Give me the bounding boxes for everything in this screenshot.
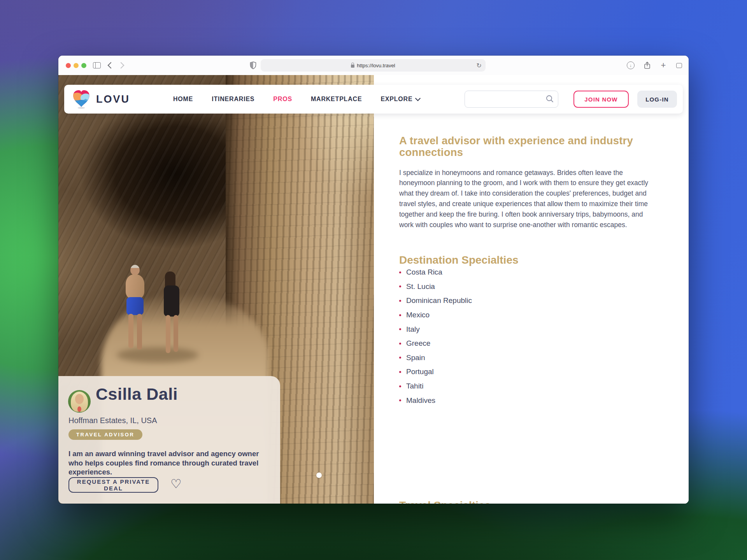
profile-headline: A travel advisor with experience and ind…	[399, 135, 668, 158]
lovu-logo[interactable]: LOVU	[71, 89, 130, 109]
specialty-item: Dominican Republic	[399, 294, 472, 308]
advisor-avatar[interactable]	[68, 390, 91, 413]
join-now-button[interactable]: JOIN NOW	[573, 91, 629, 108]
privacy-shield-icon[interactable]	[248, 56, 258, 75]
downloads-icon[interactable]: ↓	[626, 56, 636, 75]
close-window-button[interactable]	[66, 63, 71, 68]
search-input[interactable]	[470, 93, 541, 106]
chevron-down-icon	[415, 95, 421, 101]
nav-item-explore[interactable]: EXPLORE	[381, 96, 420, 103]
new-tab-icon[interactable]: +	[658, 56, 668, 75]
nav-item-marketplace[interactable]: MARKETPLACE	[311, 96, 362, 103]
specialty-item: Costa Rica	[399, 265, 472, 280]
address-bar[interactable]: https://lovu.travel ↻	[261, 59, 486, 72]
man-figure	[123, 265, 150, 356]
woman-figure	[159, 271, 186, 365]
specialty-item: Greece	[399, 336, 472, 351]
specialty-item: Tahiti	[399, 379, 472, 394]
carousel-dot[interactable]	[316, 472, 322, 478]
sidebar-toggle-icon[interactable]	[93, 56, 101, 75]
specialty-item: St. Lucia	[399, 280, 472, 294]
specialty-item: Italy	[399, 322, 472, 336]
profile-intro-text: I specialize in honeymoons and romance g…	[399, 168, 659, 230]
specialty-item: Maldives	[399, 393, 472, 408]
search-box	[465, 91, 558, 108]
advisor-location: Hoffman Estates, IL, USA	[68, 416, 157, 425]
url-text: https://lovu.travel	[357, 63, 395, 68]
specialty-item: Portugal	[399, 365, 472, 379]
lock-icon	[351, 65, 354, 68]
lovu-heart-icon	[71, 89, 91, 109]
specialty-item: Spain	[399, 351, 472, 365]
main-nav: HOME ITINERARIES PROS MARKETPLACE EXPLOR…	[173, 85, 420, 114]
destination-specialties-list: Costa RicaSt. LuciaDominican RepublicMex…	[399, 265, 472, 408]
destination-specialties-heading: Destination Specialties	[399, 254, 519, 266]
webpage: A travel advisor with experience and ind…	[58, 75, 689, 504]
profile-details-panel: A travel advisor with experience and ind…	[374, 114, 689, 504]
back-icon[interactable]	[106, 56, 114, 75]
browser-toolbar: https://lovu.travel ↻ ↓ +	[58, 56, 689, 75]
site-header: LOVU HOME ITINERARIES PROS MARKETPLACE E…	[64, 85, 683, 114]
browser-window: https://lovu.travel ↻ ↓ +	[58, 56, 689, 504]
nav-item-home[interactable]: HOME	[173, 96, 193, 103]
advisor-name: Csilla Dali	[96, 385, 178, 404]
forward-icon[interactable]	[117, 56, 126, 75]
wishlist-heart-icon[interactable]: ♡	[170, 476, 182, 491]
travel-specialties-heading: Travel Specialties	[399, 499, 491, 504]
nav-item-itineraries[interactable]: ITINERARIES	[212, 96, 254, 103]
reload-icon[interactable]: ↻	[477, 59, 482, 72]
specialty-item: Mexico	[399, 308, 472, 322]
advisor-bio: I am an award winning travel advisor and…	[68, 449, 274, 477]
advisor-role-badge: TRAVEL ADVISOR	[68, 429, 142, 440]
search-icon[interactable]	[545, 94, 554, 103]
brand-text: LOVU	[96, 93, 130, 105]
nav-item-pros[interactable]: PROS	[273, 96, 292, 103]
minimize-window-button[interactable]	[74, 63, 79, 68]
advisor-profile-card: Csilla Dali Hoffman Estates, IL, USA TRA…	[58, 376, 280, 504]
login-button[interactable]: LOG-IN	[637, 91, 677, 108]
tab-overview-icon[interactable]	[674, 56, 684, 75]
zoom-window-button[interactable]	[81, 63, 86, 68]
request-private-deal-button[interactable]: REQUEST A PRIVATE DEAL	[68, 477, 158, 493]
share-icon[interactable]	[642, 56, 652, 75]
